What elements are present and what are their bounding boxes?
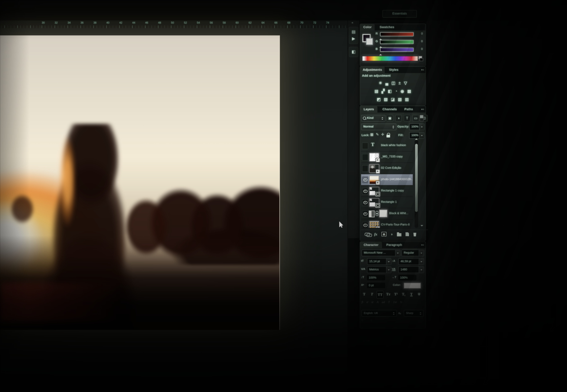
new-layer-icon[interactable] <box>405 232 409 236</box>
gradient-map-icon[interactable]: ▥ <box>405 97 409 102</box>
layer-row[interactable]: Rectangle 1 <box>361 197 413 208</box>
dropdown-arrow-icon[interactable] <box>419 124 424 130</box>
collapse-panels-icon[interactable]: « <box>352 21 353 24</box>
small-caps-button[interactable]: Tᴛ <box>385 291 391 298</box>
layer-row[interactable]: Black & Whit... <box>361 208 413 220</box>
hue-saturation-icon[interactable]: ▤ <box>374 89 378 94</box>
dropdown-arrow-icon[interactable] <box>419 132 424 138</box>
text-color-swatch[interactable] <box>404 283 421 289</box>
document-canvas[interactable] <box>0 35 280 330</box>
panel-menu-icon[interactable]: ▾≡ <box>421 68 424 71</box>
vertical-scale-field[interactable]: 100% <box>367 275 385 280</box>
new-adjustment-layer-icon[interactable]: ◑ <box>390 232 393 236</box>
superscript-button[interactable]: T¹ <box>393 291 399 298</box>
tab-styles[interactable]: Styles <box>387 67 401 73</box>
color-balance-icon[interactable]: ▞ <box>382 89 385 94</box>
spectrum-black-cap[interactable] <box>420 58 423 61</box>
anti-alias-dropdown[interactable]: Sharp <box>404 310 424 317</box>
curves-icon[interactable]: ◫ <box>391 81 395 85</box>
contextual-alternates-button[interactable]: ơ <box>367 300 368 304</box>
language-dropdown[interactable]: English: UK <box>361 310 397 317</box>
dropdown-arrow-icon[interactable] <box>395 250 400 256</box>
titling-alternates-button[interactable]: T <box>388 300 390 304</box>
scroll-down-icon[interactable] <box>420 225 423 228</box>
channel-mixer-icon[interactable]: ◉ <box>401 89 404 94</box>
visibility-toggle[interactable] <box>362 188 368 195</box>
tracking-field[interactable]: 1480 <box>398 266 424 273</box>
lock-transparent-pixels-icon[interactable]: ▦ <box>370 132 373 138</box>
lock-all-icon[interactable] <box>387 135 390 138</box>
layer-row[interactable]: CV-Paris-Tour-Paris-8 <box>361 220 413 228</box>
new-group-icon[interactable] <box>397 233 401 236</box>
brightness-contrast-icon[interactable]: ☀ <box>378 81 382 85</box>
invert-icon[interactable]: ◩ <box>377 97 381 102</box>
visibility-toggle[interactable] <box>362 142 368 149</box>
levels-icon[interactable]: ▄ <box>386 81 388 85</box>
layer-filter-toggle[interactable] <box>420 115 424 122</box>
tab-adjustments[interactable]: Adjustments <box>360 67 385 73</box>
fractions-button[interactable]: ½ <box>400 300 402 304</box>
kerning-field[interactable]: Metrics <box>367 266 391 273</box>
layer-styles-icon[interactable]: fx <box>374 232 377 236</box>
actions-panel-icon[interactable]: ▶ <box>349 35 358 42</box>
channel-slider-thumb[interactable] <box>379 53 382 55</box>
layer-row[interactable]: 02 Com Edição <box>361 163 413 174</box>
exposure-icon[interactable]: ± <box>399 81 401 85</box>
scrollbar-thumb[interactable] <box>415 144 418 212</box>
font-family-dropdown[interactable]: Microsoft New ... <box>361 250 401 256</box>
dropdown-arrow-icon[interactable] <box>419 259 424 265</box>
opacity-field[interactable]: 100% <box>409 123 425 130</box>
underline-button[interactable]: T <box>408 291 415 298</box>
filter-type-layers-icon[interactable]: T <box>404 115 411 122</box>
filter-shape-layers-icon[interactable]: ▭ <box>412 115 419 122</box>
channel-slider[interactable] <box>380 32 414 36</box>
threshold-icon[interactable]: ◪ <box>391 97 395 102</box>
layer-row[interactable]: photo-1441884069328-... <box>361 174 413 186</box>
visibility-toggle[interactable] <box>362 165 368 172</box>
ordinals-button[interactable]: 1st <box>393 300 397 304</box>
dropdown-arrow-icon[interactable] <box>386 259 391 265</box>
channel-slider[interactable] <box>380 40 414 44</box>
panel-menu-icon[interactable]: ▾≡ <box>421 243 424 246</box>
layer-row[interactable]: _MG_7335 copy <box>361 152 413 163</box>
lock-position-icon[interactable]: ✛ <box>381 132 384 138</box>
add-layer-mask-icon[interactable] <box>381 232 386 236</box>
leading-field[interactable]: 46,59 pt <box>398 258 424 265</box>
photo-filter-icon[interactable]: ◔ <box>395 89 397 94</box>
posterize-icon[interactable]: ▨ <box>384 97 388 102</box>
layer-filter-kind-dropdown[interactable]: Kind <box>361 115 386 122</box>
tab-channels[interactable]: Channels <box>379 106 400 112</box>
filter-adjustment-layers-icon[interactable]: ◑ <box>395 115 402 122</box>
horizontal-scale-field[interactable]: 100% <box>398 275 416 280</box>
subscript-button[interactable]: T₁ <box>401 291 407 298</box>
layers-scrollbar[interactable] <box>415 140 418 228</box>
tab-color[interactable]: Color <box>360 24 375 30</box>
visibility-toggle[interactable] <box>362 222 368 228</box>
all-caps-button[interactable]: TT <box>376 291 384 298</box>
tab-paragraph[interactable]: Paragraph <box>384 242 405 248</box>
history-panel-icon[interactable]: ▤ <box>349 28 358 35</box>
tab-character[interactable]: Character <box>360 242 382 248</box>
panel-menu-icon[interactable]: ▾≡ <box>421 108 424 111</box>
faux-bold-button[interactable]: T <box>361 291 367 298</box>
color-lookup-icon[interactable]: ▦ <box>407 89 411 94</box>
visibility-toggle[interactable] <box>362 210 368 217</box>
standard-ligatures-button[interactable]: fi <box>361 300 363 304</box>
discretionary-ligatures-button[interactable]: st <box>371 300 373 304</box>
dropdown-arrow-icon[interactable] <box>386 267 391 273</box>
swash-button[interactable]: A <box>377 300 378 304</box>
font-size-field[interactable]: 15,14 pt <box>367 258 391 265</box>
dropdown-arrow-icon[interactable] <box>419 250 424 256</box>
scroll-up-icon[interactable] <box>415 137 418 140</box>
tab-layers[interactable]: Layers <box>360 106 377 112</box>
layer-row[interactable]: Rectangle 1 copy <box>361 186 413 197</box>
faux-italic-button[interactable]: T <box>369 291 375 298</box>
channel-slider[interactable] <box>380 48 414 52</box>
baseline-shift-field[interactable]: 0 pt <box>367 283 385 288</box>
stylistic-alternates-button[interactable]: ad <box>382 300 385 304</box>
strikethrough-button[interactable]: T <box>416 291 422 298</box>
selective-color-icon[interactable]: ▧ <box>398 97 402 102</box>
visibility-toggle[interactable] <box>362 199 368 206</box>
dropdown-arrow-icon[interactable] <box>419 267 424 273</box>
color-spectrum-ramp[interactable] <box>362 56 418 61</box>
